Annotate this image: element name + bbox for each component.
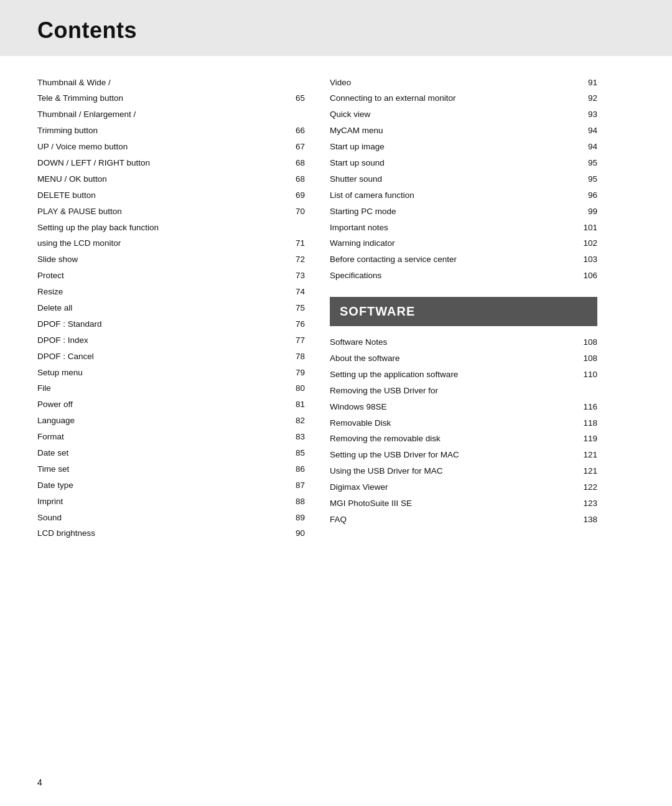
item-page: 90 (281, 526, 305, 542)
item-text: Removable Disk (330, 415, 567, 431)
item-page: 67 (281, 139, 305, 156)
list-item: Resize74 (37, 284, 305, 301)
item-page: 87 (281, 477, 305, 494)
list-item: Setup menu79 (37, 365, 305, 381)
item-page (281, 75, 305, 91)
list-item: DOWN / LEFT / RIGHT button68 (37, 155, 305, 171)
item-page: 118 (567, 415, 597, 431)
list-item: Start up image94 (330, 139, 597, 156)
list-item: DPOF : Standard76 (37, 316, 305, 332)
item-text: Quick view (330, 107, 567, 123)
item-text: Language (37, 413, 281, 429)
item-text: Slide show (37, 252, 281, 268)
list-item: Software Notes108 (330, 335, 597, 351)
item-text: Power off (37, 397, 281, 413)
item-page: 81 (281, 397, 305, 413)
item-text: List of camera function (330, 187, 567, 204)
list-item: Specifications106 (330, 268, 597, 284)
list-item: Starting PC mode99 (330, 204, 597, 220)
item-text: Windows 98SE (330, 399, 567, 415)
item-text: Thumbnail & Wide / (37, 75, 281, 91)
item-text: Setting up the USB Driver for MAC (330, 448, 567, 464)
item-page: 99 (567, 204, 597, 220)
list-item: Before contacting a service center103 (330, 252, 597, 268)
item-text: Sound (37, 510, 281, 526)
right-toc-table: Video91Connecting to an external monitor… (330, 75, 597, 284)
item-text: MGI PhotoSuite III SE (330, 495, 567, 512)
item-page: 86 (281, 461, 305, 477)
item-text: DPOF : Cancel (37, 349, 281, 365)
item-page: 94 (567, 139, 597, 156)
list-item: Setting up the USB Driver for MAC121 (330, 448, 597, 464)
list-item: Connecting to an external monitor92 (330, 91, 597, 107)
list-item: PLAY & PAUSE button70 (37, 204, 305, 220)
item-text: Setting up the application software (330, 367, 567, 383)
item-text: Trimming button (37, 123, 281, 139)
item-page: 72 (281, 252, 305, 268)
item-page: 69 (281, 187, 305, 204)
item-text: Digimax Viewer (330, 480, 567, 496)
item-page: 122 (567, 480, 597, 496)
list-item: Time set86 (37, 461, 305, 477)
item-page: 76 (281, 316, 305, 332)
list-item: MyCAM menu94 (330, 123, 597, 139)
item-text: Time set (37, 461, 281, 477)
item-page: 78 (281, 349, 305, 365)
list-item: Removable Disk118 (330, 415, 597, 431)
list-item: File80 (37, 381, 305, 397)
item-text: using the LCD monitor (37, 236, 281, 252)
item-text: Start up sound (330, 155, 567, 171)
item-page (567, 383, 597, 399)
item-text: DPOF : Standard (37, 316, 281, 332)
item-page: 123 (567, 495, 597, 512)
item-text: Important notes (330, 220, 567, 236)
list-item: Thumbnail & Wide / (37, 75, 305, 91)
item-page: 68 (281, 155, 305, 171)
item-page (281, 107, 305, 123)
list-item: Date set85 (37, 445, 305, 461)
item-page: 103 (567, 252, 597, 268)
list-item: Quick view93 (330, 107, 597, 123)
item-page: 85 (281, 445, 305, 461)
item-text: MyCAM menu (330, 123, 567, 139)
list-item: About the software108 (330, 350, 597, 367)
list-item: Setting up the application software110 (330, 367, 597, 383)
item-text: Delete all (37, 300, 281, 316)
item-text: File (37, 381, 281, 397)
item-page: 83 (281, 429, 305, 446)
item-text: Shutter sound (330, 171, 567, 187)
item-text: DELETE button (37, 187, 281, 204)
item-page: 92 (567, 91, 597, 107)
item-page: 121 (567, 448, 597, 464)
item-text: About the software (330, 350, 567, 367)
item-text: Removing the removable disk (330, 431, 567, 448)
item-page: 94 (567, 123, 597, 139)
list-item: Format83 (37, 429, 305, 446)
item-page: 75 (281, 300, 305, 316)
item-text: Specifications (330, 268, 567, 284)
item-page: 95 (567, 155, 597, 171)
list-item: Removing the removable disk119 (330, 431, 597, 448)
list-item: Power off81 (37, 397, 305, 413)
item-text: PLAY & PAUSE button (37, 204, 281, 220)
item-page: 71 (281, 236, 305, 252)
item-page: 70 (281, 204, 305, 220)
left-column: Thumbnail & Wide /Tele & Trimming button… (37, 75, 305, 542)
item-page: 138 (567, 512, 597, 528)
item-text: MENU / OK button (37, 171, 281, 187)
item-page: 93 (567, 107, 597, 123)
item-page: 77 (281, 332, 305, 349)
item-text: Warning indicator (330, 236, 567, 252)
item-text: Starting PC mode (330, 204, 567, 220)
list-item: Start up sound95 (330, 155, 597, 171)
list-item: Imprint88 (37, 494, 305, 510)
item-text: Tele & Trimming button (37, 91, 281, 107)
list-item: Sound89 (37, 510, 305, 526)
item-page: 121 (567, 464, 597, 480)
item-text: Using the USB Driver for MAC (330, 464, 567, 480)
list-item: Protect73 (37, 268, 305, 284)
item-text: Before contacting a service center (330, 252, 567, 268)
item-page: 82 (281, 413, 305, 429)
item-page: 91 (567, 75, 597, 91)
list-item: Shutter sound95 (330, 171, 597, 187)
